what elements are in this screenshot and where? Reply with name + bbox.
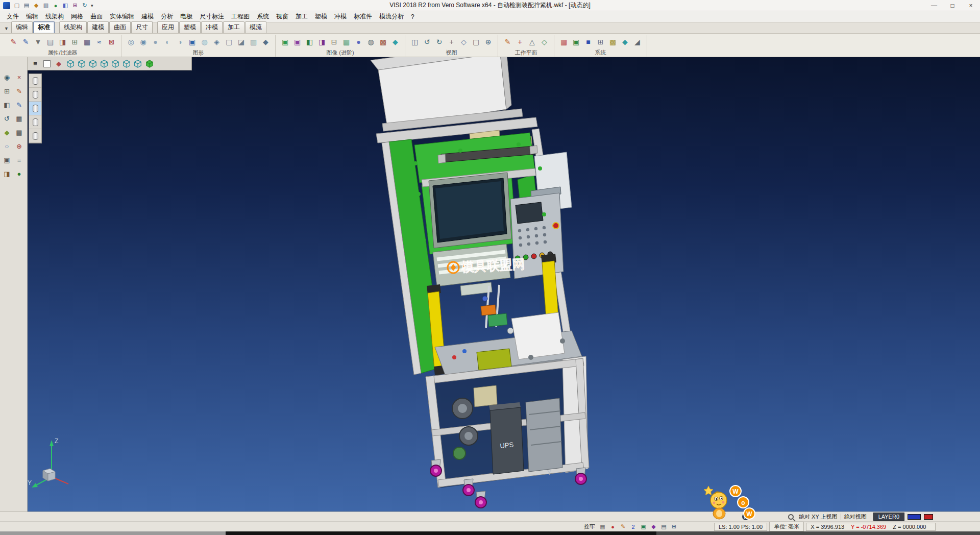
menu-item[interactable]: 系统 xyxy=(253,11,273,22)
ribbon-icon[interactable]: ■ xyxy=(583,37,594,47)
menu-item[interactable]: 分析 xyxy=(157,11,177,22)
ribbon-icon[interactable]: ◧ xyxy=(304,37,315,47)
status-icon[interactable]: ● xyxy=(608,523,617,531)
ribbon-tab[interactable]: 加工 xyxy=(223,21,244,33)
ribbon-icon[interactable]: ● xyxy=(353,37,364,47)
ribbon-icon[interactable]: ◐ xyxy=(162,37,173,47)
status-icon[interactable]: ⊞ xyxy=(670,523,678,531)
view-cube-icon[interactable] xyxy=(77,59,87,69)
ribbon-icon[interactable]: ▢ xyxy=(471,37,481,47)
left-toolbar-icon[interactable]: ✎ xyxy=(14,99,25,110)
left-toolbar-icon[interactable]: ⊞ xyxy=(2,85,13,96)
status-icon[interactable]: ▦ xyxy=(598,523,607,531)
viewport-3d-canvas[interactable]: UPS xyxy=(28,57,980,512)
ribbon-icon[interactable]: ⊞ xyxy=(595,37,606,47)
snap-lock-toggle[interactable]: 拴牢 xyxy=(581,523,598,530)
search-icon[interactable] xyxy=(788,514,794,520)
status-icon[interactable]: ✎ xyxy=(619,523,627,531)
ribbon-icon[interactable]: ⊠ xyxy=(106,37,117,47)
ribbon-tab[interactable]: 模流 xyxy=(245,21,266,33)
menu-item[interactable]: ? xyxy=(407,12,418,21)
cylinder-filter-button[interactable] xyxy=(29,74,41,88)
cylinder-filter-button[interactable] xyxy=(29,102,41,115)
left-toolbar-icon[interactable]: ● xyxy=(14,168,25,179)
quick-access-icon[interactable]: ▢ xyxy=(13,2,21,10)
left-toolbar-icon[interactable]: ○ xyxy=(2,140,13,152)
ribbon-icon[interactable]: ◈ xyxy=(211,37,222,47)
highlight-color-swatch[interactable] xyxy=(924,514,933,520)
ribbon-tab[interactable]: 曲面 xyxy=(109,21,131,33)
left-toolbar-icon[interactable]: ✎ xyxy=(14,85,25,96)
ribbon-tab[interactable]: 编辑 xyxy=(11,21,33,33)
layer-selector[interactable]: LAYER0 xyxy=(873,513,904,521)
menu-item[interactable]: 尺寸标注 xyxy=(196,11,228,22)
ribbon-icon[interactable]: ◍ xyxy=(199,37,210,47)
ribbon-icon[interactable]: ▤ xyxy=(45,37,56,47)
left-toolbar-icon[interactable]: ◉ xyxy=(2,71,13,83)
ribbon-icon[interactable]: ▣ xyxy=(292,37,303,47)
absolute-view-label[interactable]: 绝对视图 xyxy=(844,513,867,521)
ribbon-icon[interactable]: ⊕ xyxy=(483,37,494,47)
ribbon-icon[interactable]: ◆ xyxy=(390,37,401,47)
menu-item[interactable]: 电极 xyxy=(177,11,196,22)
quick-access-caret-icon[interactable]: ▾ xyxy=(89,3,95,8)
tab-overflow-dropdown-icon[interactable]: ▼ xyxy=(2,26,11,33)
ribbon-icon[interactable]: ◪ xyxy=(236,37,247,47)
view-cube-solid-icon[interactable] xyxy=(144,59,155,69)
menu-item[interactable]: 标准件 xyxy=(350,11,376,22)
ribbon-icon[interactable]: ◇ xyxy=(458,37,469,47)
menu-item[interactable]: 网格 xyxy=(67,11,87,22)
viewport-menu-icon[interactable]: ≡ xyxy=(30,59,40,69)
left-toolbar-icon[interactable]: ◧ xyxy=(2,99,13,110)
ribbon-icon[interactable]: ◢ xyxy=(632,37,643,47)
ribbon-icon[interactable]: ▩ xyxy=(378,37,388,47)
ribbon-icon[interactable]: ◎ xyxy=(126,37,136,47)
view-cube-icon[interactable] xyxy=(88,59,98,69)
ribbon-icon[interactable]: ✎ xyxy=(20,37,31,47)
ribbon-icon[interactable]: ▦ xyxy=(341,37,352,47)
ribbon-icon[interactable]: ↺ xyxy=(422,37,432,47)
minimize-button[interactable]: — xyxy=(925,0,943,11)
status-icon[interactable]: ▣ xyxy=(639,523,648,531)
left-toolbar-icon[interactable]: ▦ xyxy=(14,113,25,124)
ribbon-tab[interactable]: 冲模 xyxy=(201,21,223,33)
menu-item[interactable]: 加工 xyxy=(292,11,311,22)
left-toolbar-icon[interactable]: ≡ xyxy=(14,154,25,165)
ribbon-icon[interactable]: ▥ xyxy=(248,37,259,47)
ribbon-icon[interactable]: ✎ xyxy=(502,37,513,47)
quick-access-icon[interactable]: ▤ xyxy=(22,2,31,10)
ribbon-icon[interactable]: ⊟ xyxy=(329,37,339,47)
machine-3d-model[interactable]: UPS xyxy=(371,57,589,508)
blank-view-icon[interactable] xyxy=(42,59,52,69)
close-button[interactable]: × xyxy=(962,0,980,11)
view-cube-icon[interactable] xyxy=(110,59,120,69)
left-toolbar-icon[interactable]: ◨ xyxy=(2,168,13,179)
ribbon-icon[interactable]: + xyxy=(446,37,457,47)
ribbon-tab[interactable]: 塑模 xyxy=(179,21,201,33)
view-cube-icon[interactable] xyxy=(65,59,76,69)
ribbon-icon[interactable]: ◫ xyxy=(409,37,420,47)
ribbon-icon[interactable]: ↻ xyxy=(434,37,445,47)
ribbon-icon[interactable]: ● xyxy=(150,37,161,47)
ribbon-tab[interactable]: 尺寸 xyxy=(131,21,153,33)
menu-item[interactable]: 文件 xyxy=(3,11,22,22)
ribbon-icon[interactable]: ◆ xyxy=(620,37,630,47)
view-cube-icon[interactable] xyxy=(133,59,143,69)
quick-access-icon[interactable]: ◆ xyxy=(32,2,40,10)
cylinder-filter-button[interactable] xyxy=(29,129,41,143)
left-toolbar-icon[interactable]: ⊕ xyxy=(14,140,25,152)
ribbon-icon[interactable]: ▣ xyxy=(571,37,581,47)
ribbon-tab[interactable]: 线架构 xyxy=(59,21,87,33)
quick-access-icon[interactable]: ⊞ xyxy=(71,2,79,10)
ribbon-icon[interactable]: ▢ xyxy=(224,37,234,47)
menu-item[interactable]: 编辑 xyxy=(22,11,42,22)
menu-item[interactable]: 模流分析 xyxy=(376,11,407,22)
ribbon-icon[interactable]: + xyxy=(514,37,525,47)
ribbon-icon[interactable]: ▦ xyxy=(82,37,92,47)
menu-item[interactable]: 实体编辑 xyxy=(106,11,138,22)
status-icon[interactable]: 2 xyxy=(629,523,638,531)
quick-access-icon[interactable]: ↻ xyxy=(81,2,89,10)
left-toolbar-icon[interactable]: ↺ xyxy=(2,113,13,124)
left-toolbar-icon[interactable]: ▤ xyxy=(14,127,25,138)
view-marker-icon[interactable]: ◆ xyxy=(54,59,64,69)
